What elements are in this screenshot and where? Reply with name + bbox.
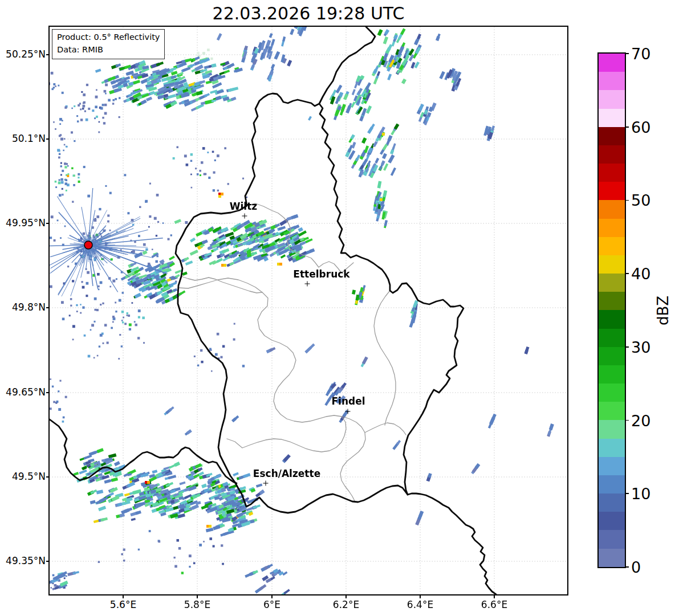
radar-map-canvas [50,27,567,594]
colorbar-segment [599,310,625,328]
x-tick-mark [494,595,495,598]
y-tick-mark [46,561,49,562]
product-info-line1: Product: 0.5° Reflectivity [57,31,160,44]
product-info-line2: Data: RMIB [57,44,160,56]
city-label: Esch/Alzette [253,468,320,479]
colorbar-segment [599,530,625,548]
x-tick-mark [271,595,273,598]
colorbar-segment [599,200,625,218]
x-tick-label: 5.8°E [172,599,223,610]
colorbar-segment [599,164,625,182]
colorbar-tick-label: 30 [631,339,650,354]
colorbar-segment [599,109,625,127]
city-marker-cross [242,213,248,219]
colorbar-segment [599,420,625,438]
city-marker-cross [304,281,311,287]
colorbar-unit-label: dBZ [654,296,672,325]
colorbar-tick-mark [625,127,629,128]
colorbar-tick-mark [625,420,629,421]
colorbar-tick-mark [625,346,629,348]
colorbar-tick-label: 70 [631,46,650,62]
colorbar-segment [599,439,625,457]
y-tick-mark [46,138,49,140]
colorbar-segment [599,219,625,237]
city-label: Wiltz [230,201,257,212]
y-tick-label: 49.65°N [0,386,46,398]
colorbar-tick-mark [625,273,629,274]
x-tick-label: 6.2°E [320,599,372,610]
city-marker-cross [263,480,269,487]
y-tick-mark [46,476,49,478]
x-tick-label: 6.4°E [395,599,446,610]
x-tick-mark [197,595,198,598]
colorbar-segment [599,255,625,274]
y-tick-label: 49.8°N [0,301,46,313]
x-tick-mark [345,595,347,598]
colorbar-segment [599,72,625,90]
y-tick-mark [46,223,49,224]
colorbar-tick-label: 60 [631,119,650,134]
colorbar-tick-mark [625,566,629,568]
city-label: Findel [331,395,365,407]
colorbar-segment [599,145,625,164]
colorbar-segment [599,402,625,420]
y-tick-label: 49.35°N [0,555,46,566]
y-tick-label: 50.1°N [0,133,46,144]
y-tick-mark [46,54,49,55]
colorbar-segment [599,365,625,384]
colorbar-segment [599,182,625,200]
figure-title: 22.03.2026 19:28 UTC [50,3,567,23]
y-tick-label: 50.25°N [0,48,46,60]
colorbar-tick-label: 20 [631,413,650,428]
colorbar-segment [599,493,625,512]
colorbar-tick-label: 40 [631,266,650,282]
colorbar-segment [599,329,625,347]
x-tick-mark [420,595,421,598]
x-tick-label: 6.6°E [469,599,520,610]
y-tick-label: 49.95°N [0,217,46,229]
city-marker-cross [345,409,351,415]
x-tick-label: 5.6°E [97,599,149,610]
colorbar-tick-mark [625,493,629,494]
x-tick-label: 6°E [246,599,298,610]
x-tick-mark [123,595,124,598]
colorbar-segment [599,90,625,108]
y-tick-mark [46,392,49,393]
colorbar-segment [599,237,625,255]
colorbar-segment [599,475,625,493]
radar-figure: 22.03.2026 19:28 UTC Product: 0.5° Refle… [0,0,675,616]
colorbar-segment [599,457,625,475]
y-tick-label: 49.5°N [0,471,46,482]
colorbar-tick-label: 0 [631,560,641,575]
colorbar-segment [599,127,625,145]
colorbar-tick-label: 50 [631,193,650,208]
colorbar-segment [599,54,625,72]
colorbar-segment [599,549,625,567]
colorbar [599,54,625,567]
city-label: Ettelbruck [293,268,349,280]
colorbar-tick-mark [625,53,629,54]
colorbar-segment [599,274,625,292]
colorbar-segment [599,347,625,365]
colorbar-tick-label: 10 [631,486,650,501]
product-info-box: Product: 0.5° Reflectivity Data: RMIB [52,29,165,59]
colorbar-tick-mark [625,200,629,201]
colorbar-segment [599,292,625,310]
y-tick-mark [46,307,49,308]
colorbar-segment [599,512,625,530]
colorbar-segment [599,384,625,402]
